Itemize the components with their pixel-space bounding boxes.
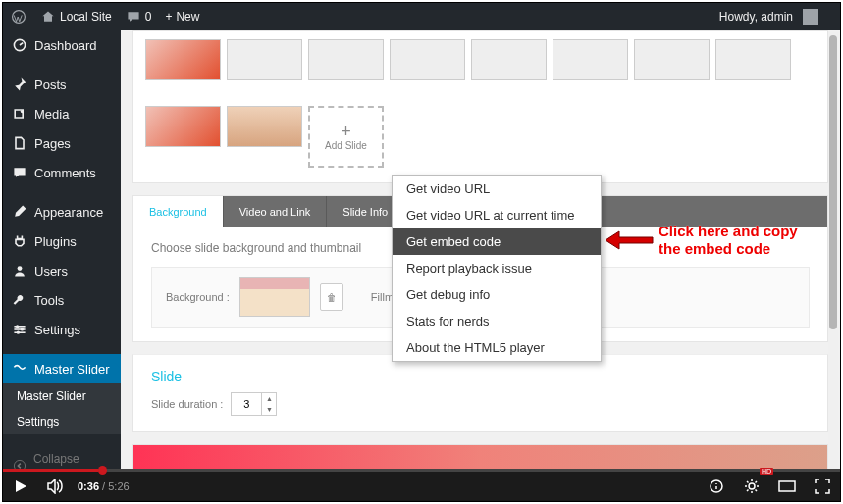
- slide-thumb-1[interactable]: [145, 39, 221, 80]
- slide-thumb-5[interactable]: [471, 39, 547, 80]
- sidebar-item-label: Users: [34, 264, 68, 278]
- yt-progress-bar[interactable]: [3, 469, 840, 472]
- admin-sidebar: Dashboard Posts Media Pages Comments App…: [3, 30, 121, 472]
- svg-point-2: [21, 110, 24, 113]
- tutorial-annotation: Click here and copy the embed code: [604, 223, 798, 258]
- yt-theater-button[interactable]: [769, 472, 805, 501]
- scrollbar-thumb[interactable]: [829, 35, 837, 329]
- sidebar-item-master-slider[interactable]: Master Slider: [3, 354, 121, 383]
- add-slide-label: Add Slide: [325, 140, 367, 151]
- plug-icon: [12, 233, 27, 249]
- play-icon: [13, 479, 28, 494]
- slide-thumb-6[interactable]: [553, 39, 628, 80]
- sidebar-item-pages[interactable]: Pages: [3, 128, 121, 158]
- slide-duration-spinner[interactable]: ▲▼: [231, 392, 277, 416]
- sidebar-item-comments[interactable]: Comments: [3, 158, 121, 187]
- tab-label: Slide Info: [342, 206, 388, 218]
- sidebar-item-label: Appearance: [34, 205, 103, 220]
- ctx-get-embed-code[interactable]: Get embed code: [393, 228, 601, 255]
- comment-icon: [126, 9, 141, 25]
- pin-icon: [12, 76, 27, 92]
- page-icon: [12, 135, 27, 151]
- arrow-left-icon: [604, 227, 655, 253]
- tab-label: Video and Link: [239, 206, 311, 218]
- fullscreen-icon: [815, 479, 830, 494]
- background-thumbnail[interactable]: [239, 277, 310, 317]
- slide-thumb-3[interactable]: [308, 39, 384, 80]
- slide-thumb-7[interactable]: [634, 39, 710, 80]
- spinner-down[interactable]: ▼: [262, 404, 276, 415]
- submenu-label: Master Slider: [17, 389, 86, 403]
- sidebar-item-plugins[interactable]: Plugins: [3, 227, 121, 256]
- sidebar-item-label: Posts: [34, 77, 67, 92]
- ctx-label: Report playback issue: [406, 261, 532, 276]
- remove-background-button[interactable]: 🗑: [320, 283, 343, 311]
- ctx-about-html5[interactable]: About the HTML5 player: [393, 334, 601, 361]
- ctx-report-playback[interactable]: Report playback issue: [393, 255, 601, 281]
- yt-duration: 5:26: [108, 480, 129, 492]
- slide-thumb-10[interactable]: [227, 106, 302, 147]
- ctx-label: Get debug info: [406, 287, 490, 302]
- home-icon: [40, 9, 56, 25]
- sidebar-item-settings[interactable]: Settings: [3, 315, 121, 344]
- youtube-context-menu: Get video URL Get video URL at current t…: [392, 175, 602, 362]
- avatar: [803, 9, 818, 25]
- ctx-stats-for-nerds[interactable]: Stats for nerds: [393, 308, 601, 334]
- svg-point-8: [21, 328, 24, 330]
- sidebar-item-label: Settings: [34, 323, 80, 337]
- slide-thumb-4[interactable]: [390, 39, 465, 80]
- tab-label: Background: [149, 206, 207, 218]
- sidebar-item-tools[interactable]: Tools: [3, 285, 121, 315]
- yt-play-button[interactable]: [3, 472, 38, 501]
- dashboard-icon: [12, 37, 27, 53]
- sidebar-item-appearance[interactable]: Appearance: [3, 197, 121, 227]
- yt-watch-later-button[interactable]: [699, 472, 734, 501]
- adminbar-site[interactable]: Local Site: [40, 9, 112, 25]
- master-slider-icon: [12, 361, 27, 377]
- settings-icon: [12, 322, 27, 337]
- ctx-get-video-url[interactable]: Get video URL: [393, 176, 601, 202]
- wp-admin-bar: Local Site 0 + New Howdy, admin: [3, 3, 840, 30]
- slide-duration-input[interactable]: [232, 393, 261, 415]
- ctx-label: Get video URL: [406, 181, 490, 196]
- sidebar-item-media[interactable]: Media: [3, 99, 121, 128]
- trash-icon: 🗑: [327, 292, 337, 303]
- svg-point-9: [17, 331, 20, 334]
- ctx-get-debug-info[interactable]: Get debug info: [393, 281, 601, 308]
- slide-preview-image: [132, 444, 828, 472]
- slide-thumb-9[interactable]: [145, 106, 221, 147]
- background-label: Background :: [166, 291, 230, 303]
- add-slide-button[interactable]: +Add Slide: [308, 106, 384, 168]
- yt-fullscreen-button[interactable]: [805, 472, 840, 501]
- sidebar-item-posts[interactable]: Posts: [3, 70, 121, 99]
- sidebar-item-users[interactable]: Users: [3, 256, 121, 285]
- brush-icon: [12, 204, 27, 220]
- yt-time: 0:36 / 5:26: [78, 480, 130, 492]
- svg-point-3: [18, 266, 23, 271]
- adminbar-new[interactable]: + New: [165, 10, 199, 24]
- adminbar-account[interactable]: Howdy, admin: [719, 9, 818, 25]
- adminbar-new-label: New: [176, 10, 199, 24]
- adminbar-comments[interactable]: 0: [126, 9, 152, 25]
- annotation-line1: Click here and copy: [659, 223, 798, 240]
- volume-icon: [47, 479, 65, 494]
- yt-settings-button[interactable]: HD: [734, 472, 769, 501]
- adminbar-wp-logo[interactable]: [11, 9, 26, 25]
- slide-duration-label: Slide duration :: [151, 398, 223, 410]
- spinner-up[interactable]: ▲: [262, 393, 276, 404]
- adminbar-comment-count: 0: [145, 10, 152, 24]
- ctx-get-video-url-current[interactable]: Get video URL at current time: [393, 202, 601, 228]
- tab-background[interactable]: Background: [133, 196, 224, 227]
- tab-video-and-link[interactable]: Video and Link: [224, 196, 328, 227]
- submenu-ms-settings[interactable]: Settings: [3, 409, 121, 434]
- media-icon: [12, 106, 27, 122]
- sidebar-item-dashboard[interactable]: Dashboard: [3, 30, 121, 60]
- slide-thumb-8[interactable]: [715, 39, 791, 80]
- content-scrollbar[interactable]: [828, 32, 838, 470]
- submenu-master-slider[interactable]: Master Slider: [3, 383, 121, 409]
- sidebar-item-label: Media: [34, 107, 69, 122]
- sidebar-item-label: Plugins: [34, 234, 77, 249]
- slide-thumb-2[interactable]: [227, 39, 302, 80]
- yt-volume-button[interactable]: [38, 472, 74, 501]
- ctx-label: Get video URL at current time: [406, 208, 574, 223]
